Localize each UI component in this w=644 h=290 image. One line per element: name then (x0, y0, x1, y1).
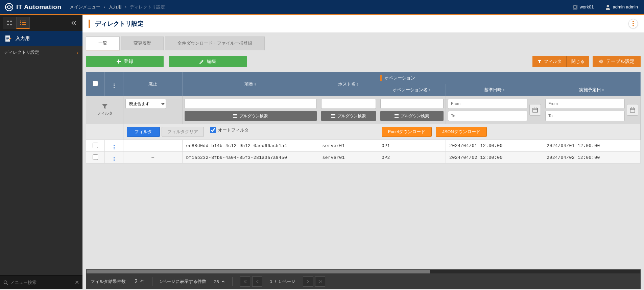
base-date-to-input[interactable] (448, 111, 527, 121)
user-icon (605, 4, 611, 10)
svg-point-8 (20, 20, 21, 21)
last-page-button[interactable] (315, 276, 325, 287)
planned-date-from-input[interactable] (545, 99, 625, 109)
svg-rect-4 (7, 21, 9, 22)
sidebar-section-label: 入力用 (16, 35, 30, 42)
svg-rect-9 (22, 21, 26, 21)
app-title: IT Automation (16, 3, 62, 11)
row-item-no: ee88d0dd-b14b-4c12-9512-0aed66ac51a4 (183, 140, 319, 152)
close-label: 閉じる (571, 58, 585, 65)
select-all-checkbox[interactable] (93, 81, 98, 86)
first-page-button[interactable] (240, 276, 250, 287)
pulldown-search-button[interactable]: プルダウン検索 (185, 111, 316, 121)
breadcrumb-current: ディレクトリ設定 (130, 4, 165, 10)
table-wrap[interactable]: 廃止 項番⇕ ホスト名⇕ オペレーション オペレーション名⇕ 基準日時⇕ 実施予… (86, 72, 641, 269)
calendar-icon (532, 107, 538, 113)
chevron-right-icon: › (104, 4, 105, 9)
svg-point-17 (600, 61, 602, 63)
row-menu-button[interactable] (114, 157, 115, 161)
breadcrumb-item[interactable]: 入力用 (109, 4, 122, 10)
workspace-badge[interactable]: work01 (568, 4, 599, 10)
col-planned-date[interactable]: 実施予定日⇕ (543, 84, 641, 96)
base-date-from-input[interactable] (448, 99, 527, 109)
topbar: IT Automation メインメニュー › 入力用 › ディレクトリ設定 w… (0, 0, 644, 15)
filter-button[interactable]: フィルタ (532, 56, 567, 67)
row-menu-button[interactable] (114, 145, 115, 149)
header-menu-cell[interactable] (105, 72, 123, 96)
sidebar-collapse-button[interactable] (68, 17, 80, 29)
sidebar-search-input[interactable] (10, 280, 75, 285)
chevrons-left-icon (71, 21, 76, 25)
chevron-left-icon (256, 280, 259, 284)
tab-list[interactable]: 一覧 (86, 37, 120, 50)
sidebar-item-directory[interactable]: ディレクトリ設定 › (0, 46, 82, 59)
perpage-value[interactable]: 25 (214, 279, 219, 284)
page-title: ディレクトリ設定 (89, 20, 144, 28)
workspace-name: work01 (580, 4, 594, 9)
breadcrumb-item[interactable]: メインメニュー (70, 4, 100, 10)
next-page-button[interactable] (303, 276, 313, 287)
page-current: 1 (270, 279, 272, 284)
tab-download-upload[interactable]: 全件ダウンロード・ファイル一括登録 (165, 37, 265, 50)
horizontal-scrollbar[interactable] (86, 269, 641, 274)
filter-row-label: フィルタ (88, 111, 121, 116)
sidebar-tab-list[interactable] (16, 17, 30, 29)
filter-apply-button[interactable]: フィルタ (127, 127, 160, 137)
planned-date-to-input[interactable] (545, 111, 625, 121)
svg-rect-11 (22, 22, 26, 23)
svg-point-12 (20, 24, 21, 25)
row-host: server01 (319, 140, 378, 152)
funnel-icon (537, 59, 542, 64)
svg-rect-31 (630, 108, 635, 112)
svg-rect-5 (10, 21, 12, 22)
filter-close-button[interactable]: 閉じる (567, 56, 589, 67)
list-icon (395, 114, 399, 118)
col-item-no[interactable]: 項番⇕ (183, 72, 319, 96)
pagination-footer: フィルタ結果件数 2 件 1ページに表示する件数 25 (86, 274, 641, 289)
sidebar-item-label: ディレクトリ設定 (4, 49, 39, 55)
row-checkbox[interactable] (93, 154, 98, 160)
chevron-right-icon: › (77, 50, 78, 55)
row-checkbox[interactable] (93, 143, 98, 148)
clear-icon[interactable]: ✕ (75, 279, 79, 286)
sidebar-tab-grid[interactable] (3, 17, 16, 29)
chevron-up-icon[interactable] (221, 280, 225, 283)
pulldown-search-button[interactable]: プルダウン検索 (380, 111, 444, 121)
edit-label: 編集 (207, 58, 216, 65)
svg-rect-25 (395, 116, 399, 116)
filter-clear-button[interactable]: フィルタクリア (162, 127, 204, 137)
register-button[interactable]: 登録 (86, 56, 164, 67)
last-icon (318, 280, 322, 284)
app-logo[interactable]: IT Automation (0, 3, 66, 11)
row-operation-name: OP1 (378, 140, 446, 152)
more-button[interactable] (628, 19, 638, 28)
col-base-date[interactable]: 基準日時⇕ (446, 84, 543, 96)
user-badge[interactable]: admin admin (599, 4, 644, 10)
col-host[interactable]: ホスト名⇕ (319, 72, 378, 96)
prev-page-button[interactable] (252, 276, 262, 287)
svg-rect-7 (10, 24, 12, 25)
sidebar-section[interactable]: 入力用 (0, 31, 82, 46)
page-unit: ページ (282, 279, 295, 284)
table-settings-button[interactable]: テーブル設定 (593, 56, 641, 67)
funnel-icon (102, 104, 108, 109)
col-discard[interactable]: 廃止 (123, 72, 183, 96)
discard-filter-select[interactable]: 廃止含まず (125, 99, 166, 109)
auto-filter-checkbox[interactable]: オートフィルタ (210, 127, 249, 133)
operation-name-filter-input[interactable] (380, 99, 444, 109)
col-operation-name[interactable]: オペレーション名⇕ (378, 84, 446, 96)
json-download-button[interactable]: JSONダウンロード (436, 127, 487, 137)
auto-filter-input[interactable] (210, 127, 216, 133)
tab-history[interactable]: 変更履歴 (121, 37, 164, 50)
calendar-button[interactable] (627, 104, 638, 116)
breadcrumb: メインメニュー › 入力用 › ディレクトリ設定 (70, 4, 165, 10)
item-no-filter-input[interactable] (185, 99, 316, 109)
layers-icon (572, 4, 578, 10)
perpage-label: 1ページに表示する件数 (160, 279, 206, 285)
edit-button[interactable]: 編集 (169, 56, 247, 67)
pulldown-search-button[interactable]: プルダウン検索 (321, 111, 376, 121)
calendar-button[interactable] (529, 104, 541, 116)
excel-download-button[interactable]: Excelダウンロード (382, 127, 432, 137)
host-filter-input[interactable] (321, 99, 376, 109)
svg-rect-22 (331, 116, 335, 116)
